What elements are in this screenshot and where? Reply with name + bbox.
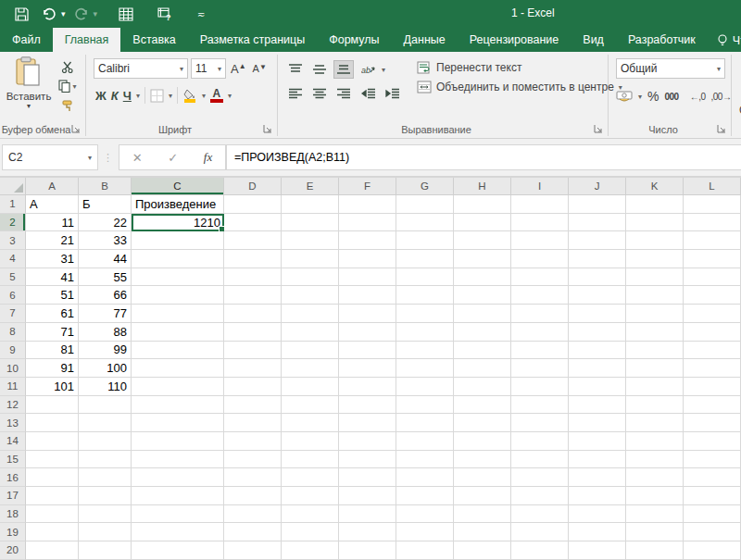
cell-B18[interactable] — [79, 505, 132, 524]
cell-G8[interactable] — [396, 323, 454, 342]
cell-H1[interactable] — [454, 195, 511, 214]
redo-dropdown-icon[interactable]: ▾ — [94, 9, 98, 19]
cell-G9[interactable] — [396, 342, 454, 360]
cell-E13[interactable] — [282, 414, 339, 432]
cell-H11[interactable] — [454, 378, 511, 396]
row-header-9[interactable]: 9 — [0, 342, 26, 360]
cell-B15[interactable] — [79, 451, 132, 469]
cell-L17[interactable] — [684, 487, 741, 505]
row-header-14[interactable]: 14 — [0, 432, 26, 451]
cell-L18[interactable] — [684, 505, 741, 524]
decrease-font-size-button[interactable]: A▼ — [251, 63, 269, 74]
increase-decimal-button[interactable]: ←,0 — [690, 92, 706, 102]
cell-F7[interactable] — [339, 305, 396, 323]
cell-K15[interactable] — [626, 451, 684, 469]
row-header-8[interactable]: 8 — [0, 323, 26, 342]
form-help-icon[interactable]: ? — [153, 4, 177, 24]
cell-K4[interactable] — [626, 250, 684, 268]
cell-I15[interactable] — [511, 451, 569, 469]
cell-B16[interactable] — [79, 468, 132, 487]
cell-F19[interactable] — [339, 523, 396, 541]
cell-L12[interactable] — [684, 396, 741, 415]
cell-I10[interactable] — [511, 359, 569, 378]
cell-F9[interactable] — [339, 342, 396, 360]
fill-color-dropdown-icon[interactable]: ▾ — [202, 92, 206, 100]
copy-dropdown-icon[interactable]: ▾ — [72, 82, 76, 91]
column-header-K[interactable]: K — [626, 178, 684, 195]
customize-qat-icon[interactable]: ≂ — [197, 9, 205, 19]
cell-G19[interactable] — [396, 523, 454, 541]
cell-H15[interactable] — [454, 451, 511, 469]
cell-L13[interactable] — [684, 414, 741, 432]
cell-B17[interactable] — [79, 487, 132, 505]
cell-B9[interactable]: 99 — [79, 342, 132, 360]
cell-L15[interactable] — [684, 451, 741, 469]
align-middle-button[interactable] — [309, 60, 330, 79]
align-center-button[interactable] — [309, 84, 330, 103]
cell-K6[interactable] — [626, 286, 684, 305]
cell-E18[interactable] — [282, 505, 339, 524]
cell-D15[interactable] — [224, 451, 282, 469]
column-header-D[interactable]: D — [224, 178, 282, 195]
cell-J15[interactable] — [569, 451, 626, 469]
number-dialog-launcher-icon[interactable] — [717, 124, 728, 135]
name-box-dropdown-icon[interactable]: ▾ — [88, 154, 92, 162]
cell-E19[interactable] — [282, 523, 339, 541]
cell-C5[interactable] — [132, 268, 224, 287]
cell-J7[interactable] — [569, 305, 626, 323]
align-top-button[interactable] — [285, 60, 306, 79]
cell-F20[interactable] — [339, 541, 396, 560]
formula-bar-splitter[interactable]: ⋮ — [98, 152, 119, 164]
cell-C17[interactable] — [132, 487, 224, 505]
cell-H10[interactable] — [454, 359, 511, 378]
cell-J9[interactable] — [569, 342, 626, 360]
alignment-dialog-launcher-icon[interactable] — [594, 124, 605, 135]
accounting-dropdown-icon[interactable]: ▾ — [638, 93, 642, 101]
column-header-I[interactable]: I — [511, 178, 569, 195]
increase-font-size-button[interactable]: A▲ — [229, 62, 248, 76]
cell-A7[interactable]: 61 — [26, 305, 79, 323]
cell-D8[interactable] — [224, 323, 282, 342]
cell-F10[interactable] — [339, 359, 396, 378]
cell-E16[interactable] — [282, 468, 339, 487]
cell-A11[interactable]: 101 — [26, 378, 79, 396]
cell-G18[interactable] — [396, 505, 454, 524]
cell-K17[interactable] — [626, 487, 684, 505]
cell-B5[interactable]: 55 — [79, 268, 132, 287]
cell-H13[interactable] — [454, 414, 511, 432]
cell-J11[interactable] — [569, 378, 626, 396]
row-header-10[interactable]: 10 — [0, 359, 26, 378]
cell-G12[interactable] — [396, 396, 454, 415]
cell-D17[interactable] — [224, 487, 282, 505]
cell-D11[interactable] — [224, 378, 282, 396]
font-dialog-launcher-icon[interactable] — [263, 124, 274, 135]
row-header-16[interactable]: 16 — [0, 468, 26, 487]
cell-H16[interactable] — [454, 468, 511, 487]
cell-D16[interactable] — [224, 468, 282, 487]
cell-J12[interactable] — [569, 396, 626, 415]
row-header-1[interactable]: 1 — [0, 195, 26, 214]
cell-C1[interactable]: Произведение — [132, 195, 224, 214]
select-all-button[interactable] — [0, 178, 26, 195]
cell-E1[interactable] — [282, 195, 339, 214]
row-header-19[interactable]: 19 — [0, 523, 26, 541]
cell-E14[interactable] — [282, 432, 339, 451]
redo-icon[interactable] — [69, 4, 94, 24]
cell-B19[interactable] — [79, 523, 132, 541]
tab-home[interactable]: Главная — [53, 28, 121, 52]
merge-center-button[interactable]: Объединить и поместить в центре ▾ — [417, 81, 622, 93]
cancel-button[interactable]: ✕ — [132, 151, 143, 165]
wrap-text-button[interactable]: Перенести текст — [417, 61, 622, 74]
cell-H14[interactable] — [454, 432, 511, 451]
undo-icon[interactable] — [37, 4, 61, 24]
cell-I7[interactable] — [511, 305, 569, 323]
cell-K8[interactable] — [626, 323, 684, 342]
underline-button[interactable]: Ч — [123, 89, 132, 103]
tell-me-control[interactable]: Что в — [710, 29, 741, 52]
cell-I16[interactable] — [511, 468, 569, 487]
cell-D4[interactable] — [224, 250, 282, 268]
cell-K1[interactable] — [626, 195, 684, 214]
paste-dropdown-icon[interactable]: ▾ — [27, 102, 31, 110]
cell-F4[interactable] — [339, 250, 396, 268]
cell-K3[interactable] — [626, 231, 684, 250]
